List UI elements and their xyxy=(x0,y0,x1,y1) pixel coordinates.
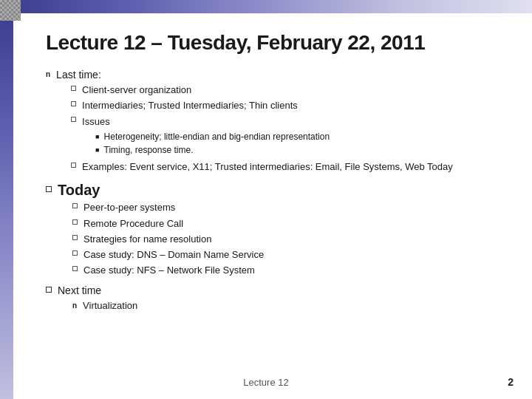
list-item: Client-server organization xyxy=(71,83,453,97)
item-text: Heterogeneity; little-endian and big-end… xyxy=(104,131,330,143)
list-item: Strategies for name resolution xyxy=(72,233,264,246)
list-item: Case study: NFS – Network File System xyxy=(72,264,264,277)
section-today: Today Peer-to-peer systems Remote Proced… xyxy=(46,182,510,279)
square-bullet-icon xyxy=(72,266,78,271)
issues-item: Issues ■ Heterogeneity; little-endian an… xyxy=(82,115,330,158)
list-item: Intermediaries; Trusted Intermediaries; … xyxy=(71,99,453,112)
section-next-time: Next time n Virtualization xyxy=(46,284,510,315)
today-content: Today Peer-to-peer systems Remote Proced… xyxy=(58,182,264,279)
square-bullet-icon xyxy=(72,219,78,225)
slide-title: Lecture 12 – Tuesday, February 22, 2011 xyxy=(46,31,510,55)
today-label: Today xyxy=(58,182,100,198)
item-text: Case study: NFS – Network File System xyxy=(83,264,255,277)
corner-pattern xyxy=(0,0,21,21)
list-item: Remote Procedure Call xyxy=(72,217,264,231)
item-text: Timing, response time. xyxy=(104,144,194,157)
item-text: Remote Procedure Call xyxy=(83,217,183,231)
list-item: Peer-to-peer systems xyxy=(72,201,264,214)
item-text: Strategies for name resolution xyxy=(83,233,211,246)
square-bullet-nexttime-icon xyxy=(46,287,52,293)
slide: Lecture 12 – Tuesday, February 22, 2011 … xyxy=(0,0,532,399)
item-text: Case study: DNS – Domain Name Service xyxy=(83,248,264,262)
square-bullet-icon xyxy=(71,117,76,122)
list-item: n Virtualization xyxy=(72,299,137,313)
square-bullet-icon xyxy=(71,86,76,91)
section-last-time: n Last time: Client-server organization … xyxy=(46,68,510,176)
list-item: Issues ■ Heterogeneity; little-endian an… xyxy=(71,115,453,158)
square-bullet-icon xyxy=(72,203,78,208)
item-text: Intermediaries; Trusted Intermediaries; … xyxy=(82,99,298,112)
item-text: Client-server organization xyxy=(82,83,191,97)
list-item: Examples: Event service, X11; Trusted in… xyxy=(71,160,453,174)
square-bullet-icon xyxy=(72,235,78,240)
list-item: Case study: DNS – Domain Name Service xyxy=(72,248,264,262)
square-bullet-icon xyxy=(71,101,76,106)
bullet-n-lasttime: n xyxy=(46,70,50,78)
slide-content: Lecture 12 – Tuesday, February 22, 2011 … xyxy=(38,31,510,315)
item-text: Virtualization xyxy=(83,299,137,313)
issues-sublist: ■ Heterogeneity; little-endian and big-e… xyxy=(95,131,330,157)
next-time-content: Next time n Virtualization xyxy=(58,284,137,315)
top-bar xyxy=(0,0,532,13)
square-bullet-today-icon xyxy=(46,186,52,192)
n-bullet-icon: n xyxy=(72,301,77,310)
next-time-list: n Virtualization xyxy=(72,299,137,313)
square-bullet-icon xyxy=(72,250,78,256)
last-time-list: Client-server organization Intermediarie… xyxy=(71,83,453,174)
last-time-label: Last time: xyxy=(56,69,101,81)
slide-number: 2 xyxy=(508,376,514,388)
dash-bullet-icon: ■ xyxy=(95,133,99,140)
left-bar xyxy=(0,0,13,399)
list-item: ■ Heterogeneity; little-endian and big-e… xyxy=(95,131,330,143)
dash-bullet-icon: ■ xyxy=(95,146,99,154)
item-text: Peer-to-peer systems xyxy=(83,201,175,214)
next-time-label: Next time xyxy=(58,284,101,296)
square-bullet-icon xyxy=(71,163,76,168)
list-item: ■ Timing, response time. xyxy=(95,144,330,157)
footer-label: Lecture 12 xyxy=(243,377,288,388)
today-list: Peer-to-peer systems Remote Procedure Ca… xyxy=(72,201,264,277)
item-text: Examples: Event service, X11; Trusted in… xyxy=(82,160,453,174)
item-text: Issues xyxy=(82,116,110,127)
last-time-content: Last time: Client-server organization In… xyxy=(56,68,453,176)
